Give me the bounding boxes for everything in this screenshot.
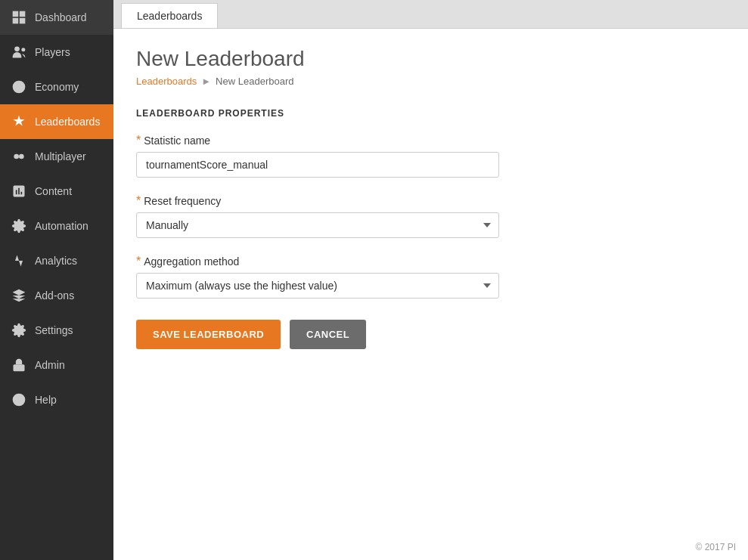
sidebar-label-addons: Add-ons [35,289,74,302]
svg-point-8 [19,154,24,159]
svg-point-4 [14,47,20,52]
reset-frequency-select[interactable]: Manually Daily Weekly Monthly [136,212,499,238]
sidebar-item-multiplayer[interactable]: Multiplayer [0,139,113,174]
sidebar-item-leaderboards[interactable]: Leaderboards [0,104,113,139]
economy-icon [11,79,27,95]
save-leaderboard-button[interactable]: SAVE LEADERBOARD [136,320,281,349]
page-body: New Leaderboard Leaderboards ► New Leade… [113,29,748,534]
statistic-name-label: * Statistic name [136,134,725,147]
sidebar-item-automation[interactable]: Automation [0,209,113,243]
main-content: Leaderboards New Leaderboard Leaderboard… [113,0,748,560]
svg-rect-11 [14,364,25,371]
sidebar-item-addons[interactable]: Add-ons [0,278,113,313]
sidebar-label-content: Content [35,185,72,197]
sidebar-label-help: Help [35,394,57,406]
sidebar-label-economy: Economy [35,81,79,93]
sidebar-label-multiplayer: Multiplayer [35,150,86,162]
sidebar-item-settings[interactable]: Settings [0,313,113,348]
sidebar-item-help[interactable]: Help [0,382,113,417]
svg-rect-1 [20,11,26,17]
automation-icon [11,218,27,234]
sidebar-label-players: Players [35,46,70,58]
analytics-icon [11,252,27,269]
statistic-name-input[interactable] [136,152,499,178]
sidebar-item-dashboard[interactable]: Dashboard [0,0,113,35]
multiplayer-icon [11,148,27,165]
statistic-name-group: * Statistic name [136,134,725,178]
svg-rect-0 [13,11,19,17]
help-icon [11,391,27,408]
players-icon [11,44,27,60]
aggregation-method-label: * Aggregation method [136,255,725,268]
page-title: New Leaderboard [136,47,725,71]
content-icon [11,183,27,200]
reset-frequency-label: * Reset frequency [136,194,725,208]
sidebar-item-economy[interactable]: Economy [0,70,113,104]
aggregation-method-select[interactable]: Maximum (always use the highest value) M… [136,273,499,299]
dashboard-icon [11,9,27,26]
breadcrumb: Leaderboards ► New Leaderboard [136,76,725,87]
svg-rect-3 [20,18,26,24]
section-title: LEADERBOARD PROPERTIES [136,108,725,119]
breadcrumb-current: New Leaderboard [216,76,293,87]
sidebar-item-content[interactable]: Content [0,174,113,209]
reset-frequency-group: * Reset frequency Manually Daily Weekly … [136,194,725,238]
sidebar-label-admin: Admin [35,359,65,371]
sidebar-label-leaderboards: Leaderboards [35,116,100,128]
admin-icon [11,357,27,373]
addons-icon [11,287,27,304]
svg-point-7 [14,154,19,159]
sidebar-item-admin[interactable]: Admin [0,348,113,382]
sidebar-item-players[interactable]: Players [0,35,113,70]
svg-rect-2 [13,18,19,24]
svg-point-5 [21,48,25,51]
breadcrumb-link[interactable]: Leaderboards [136,76,197,87]
required-star-2: * [136,194,141,208]
sidebar-label-dashboard: Dashboard [35,11,87,23]
sidebar-item-analytics[interactable]: Analytics [0,243,113,278]
sidebar-label-analytics: Analytics [35,255,77,267]
sidebar-label-automation: Automation [35,220,88,232]
settings-icon [11,322,27,339]
breadcrumb-separator: ► [201,76,211,87]
sidebar: Dashboard Players Economy Leaderboards M… [0,0,113,560]
tab-leaderboards[interactable]: Leaderboards [121,3,218,28]
required-star-1: * [136,134,141,147]
footer-copyright: © 2017 PI [113,534,748,560]
sidebar-label-settings: Settings [35,324,73,336]
aggregation-method-group: * Aggregation method Maximum (always use… [136,255,725,299]
required-star-3: * [136,255,141,268]
tab-bar: Leaderboards [113,0,748,29]
leaderboards-icon [11,113,27,130]
form-actions: SAVE LEADERBOARD CANCEL [136,320,725,349]
cancel-button[interactable]: CANCEL [290,320,366,349]
